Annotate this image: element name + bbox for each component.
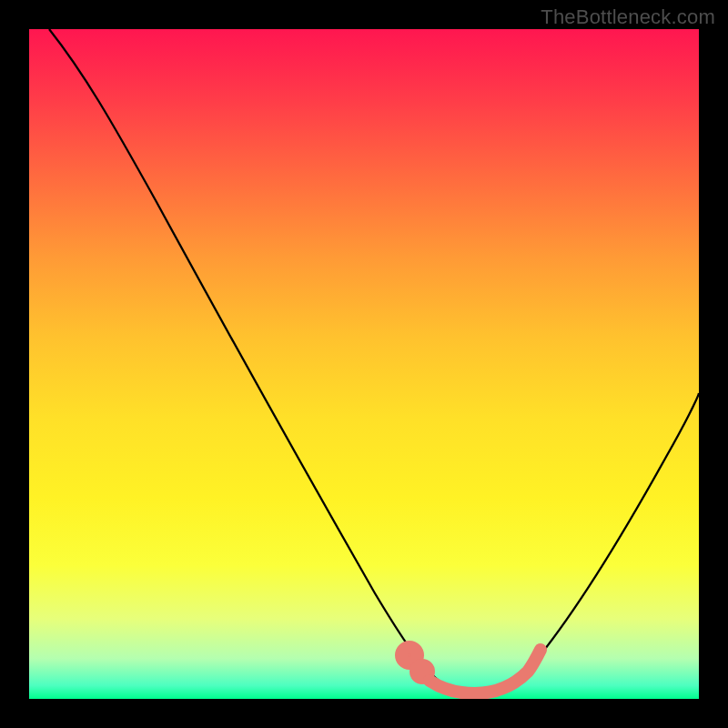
chart-svg: [29, 29, 699, 699]
chart-stage: TheBottleneck.com: [0, 0, 728, 728]
plot-area: [29, 29, 699, 699]
svg-point-0: [401, 647, 418, 663]
watermark-text: TheBottleneck.com: [541, 5, 715, 29]
bottleneck-curve: [49, 29, 699, 693]
optimal-highlight: [401, 647, 541, 693]
